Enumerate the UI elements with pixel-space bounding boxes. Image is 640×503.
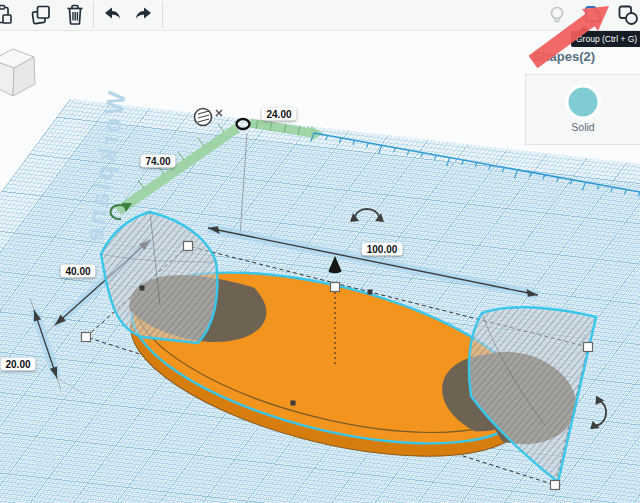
toolbar-separator xyxy=(93,2,94,28)
scale-handle-left xyxy=(82,333,91,342)
undo-button[interactable] xyxy=(100,3,126,27)
duplicate-button[interactable] xyxy=(28,3,54,27)
lightbulb-icon xyxy=(545,3,569,27)
scale-handle-top xyxy=(184,242,193,251)
paste-button[interactable] xyxy=(0,3,16,27)
dimension-label-length[interactable]: 100.00 xyxy=(362,243,403,256)
rotate-handle-top[interactable] xyxy=(350,209,384,222)
dimension-label-width[interactable]: 40.00 xyxy=(60,265,95,278)
toolbar xyxy=(0,0,640,31)
dimension-label-ruler-x[interactable]: 24.00 xyxy=(261,108,296,121)
shapes-panel-title: Shapes(2) xyxy=(533,49,595,64)
scale-handle-bottom xyxy=(551,481,560,490)
solid-swatch-label: Solid xyxy=(526,121,640,133)
shapes-panel: Solid xyxy=(525,74,640,145)
dimension-label-ruler-y[interactable]: 74.00 xyxy=(140,155,175,168)
delete-button[interactable] xyxy=(62,3,88,27)
view-cube[interactable] xyxy=(0,44,40,106)
duplicate-icon xyxy=(29,3,53,27)
ruler-close-icon xyxy=(216,110,222,116)
undo-icon xyxy=(101,3,125,27)
group-icon xyxy=(581,3,605,27)
ruler-icon xyxy=(195,109,212,126)
ruler-origin-handle xyxy=(237,119,250,129)
hole-shape-left[interactable] xyxy=(101,212,217,343)
solid-color-swatch[interactable] xyxy=(560,79,606,125)
rotate-handle-right[interactable] xyxy=(590,396,609,432)
group-tooltip: Group (Ctrl + G) xyxy=(571,31,640,47)
ungroup-icon xyxy=(616,3,640,27)
redo-icon xyxy=(131,3,155,27)
hint-button[interactable] xyxy=(544,3,570,27)
dimension-label-height[interactable]: 20.00 xyxy=(0,358,35,371)
hole-shape-right[interactable] xyxy=(469,307,596,482)
redo-button[interactable] xyxy=(130,3,156,27)
toolbar-separator xyxy=(162,2,163,28)
paste-icon xyxy=(0,3,15,27)
scale-handle-right xyxy=(584,343,593,352)
group-button[interactable] xyxy=(580,3,606,27)
trash-icon xyxy=(63,3,87,27)
scale-handle-top-face xyxy=(331,283,340,292)
ungroup-button[interactable] xyxy=(615,3,640,27)
